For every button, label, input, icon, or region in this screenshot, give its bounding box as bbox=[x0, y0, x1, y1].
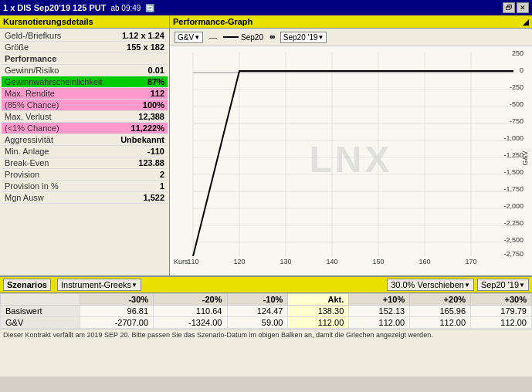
legend-line bbox=[223, 36, 239, 38]
guv-m10: 59.00 bbox=[227, 317, 288, 329]
col-header-label bbox=[1, 294, 80, 306]
kurs-value-9: Unbekannt bbox=[120, 135, 164, 144]
kurs-value-12: 2 bbox=[160, 170, 164, 179]
chart-controls: G&V — Sep20 •• Sep20 '19 bbox=[170, 29, 532, 46]
kurs-label-12: Provision bbox=[5, 170, 39, 179]
svg-text:G&V: G&V bbox=[521, 150, 529, 165]
kurs-value-11: 123.88 bbox=[138, 158, 164, 167]
scenario-table: -30% -20% -10% Akt. +10% +20% +30% Basis… bbox=[0, 293, 532, 329]
basiswert-m30: 96.81 bbox=[80, 306, 153, 317]
kurs-row-10: Min. Anlage -110 bbox=[2, 146, 168, 157]
svg-text:0: 0 bbox=[520, 66, 524, 74]
legend-sep20: Sep20 bbox=[223, 33, 263, 42]
kurs-value-5: 112 bbox=[151, 89, 164, 98]
col-header-p20: +20% bbox=[410, 294, 471, 306]
right-panel: Performance-Graph ◢ G&V — Sep20 •• Sep20… bbox=[170, 15, 532, 275]
restore-button[interactable]: 🗗 bbox=[503, 2, 515, 13]
col-header-p30: +30% bbox=[471, 294, 532, 306]
kurs-label-7: Max. Verlust bbox=[5, 112, 52, 121]
left-panel-header: Kursnotierungsdetails bbox=[0, 15, 169, 29]
chart-title: Performance-Graph bbox=[173, 17, 252, 26]
guv-p20: 112.00 bbox=[410, 317, 471, 329]
kurs-row-9: Aggressivität Unbekannt bbox=[2, 134, 168, 146]
svg-text:130: 130 bbox=[280, 258, 291, 265]
kurs-row-0: Geld-/Briefkurs 1.12 x 1.24 bbox=[2, 30, 168, 42]
refresh-icon[interactable]: 🔄 bbox=[145, 4, 154, 12]
svg-text:-1,000: -1,000 bbox=[503, 134, 524, 142]
kurs-value-4: 87% bbox=[147, 77, 164, 86]
kurs-row-13: Provision in % 1 bbox=[2, 181, 168, 192]
svg-text:-2,000: -2,000 bbox=[503, 202, 524, 210]
guv-m20: -1324.00 bbox=[154, 317, 227, 329]
kurs-label-3: Gewinn/Risiko bbox=[5, 66, 59, 75]
svg-text:120: 120 bbox=[233, 258, 245, 265]
basiswert-row: Basiswert 96.81 110.64 124.47 138.30 152… bbox=[1, 306, 532, 317]
basiswert-p30: 179.79 bbox=[471, 306, 532, 317]
svg-text:170: 170 bbox=[465, 258, 476, 265]
title-bar-left: 1 x DIS Sep20'19 125 PUT ab 09:49 🔄 bbox=[3, 3, 154, 12]
top-section: Kursnotierungsdetails Geld-/Briefkurs 1.… bbox=[0, 15, 532, 276]
svg-text:-1,750: -1,750 bbox=[503, 185, 524, 193]
col-header-p10: +10% bbox=[349, 294, 410, 306]
svg-text:140: 140 bbox=[326, 258, 337, 265]
kurs-row-3: Gewinn/Risiko 0.01 bbox=[2, 65, 168, 76]
kurs-label-10: Min. Anlage bbox=[5, 147, 49, 156]
kurs-value-10: -110 bbox=[147, 147, 164, 156]
close-button[interactable]: ✕ bbox=[517, 2, 529, 13]
scenario-right-controls: 30.0% Verschieben Sep20 '19 bbox=[387, 279, 529, 291]
kurs-row-8: (<1% Chance) 11,222% bbox=[2, 123, 168, 134]
kurs-label-6: (85% Chance) bbox=[5, 100, 59, 110]
chart-type-dropdown[interactable]: G&V bbox=[175, 32, 203, 43]
date-dropdown[interactable]: Sep20 '19 bbox=[280, 32, 327, 43]
guv-label: G&V bbox=[1, 317, 80, 329]
kurs-label-14: Mgn Ausw bbox=[5, 193, 44, 202]
svg-text:-2,750: -2,750 bbox=[503, 250, 524, 258]
col-header-m30: -30% bbox=[80, 294, 153, 306]
kurs-table: Geld-/Briefkurs 1.12 x 1.24 Größe 155 x … bbox=[0, 29, 169, 205]
kurs-value-7: 12,388 bbox=[138, 112, 164, 121]
kurs-label-5: Max. Rendite bbox=[5, 89, 55, 98]
scenario-header: Szenarios Instrument-Greeks 30.0% Versch… bbox=[0, 277, 532, 293]
kurs-label-2: Performance bbox=[5, 54, 56, 63]
guv-p30: 112.00 bbox=[471, 317, 532, 329]
kurs-row-11: Break-Even 123.88 bbox=[2, 157, 168, 169]
kurs-label-9: Aggressivität bbox=[5, 135, 53, 144]
kurs-value-0: 1.12 x 1.24 bbox=[122, 31, 164, 40]
col-header-m20: -20% bbox=[154, 294, 227, 306]
title-time: ab 09:49 bbox=[110, 4, 141, 12]
basiswert-label: Basiswert bbox=[1, 306, 80, 317]
footer-note: Dieser Kontrakt verfällt am 2019 SEP 20.… bbox=[0, 329, 532, 340]
shift-dropdown[interactable]: 30.0% Verschieben bbox=[387, 279, 474, 291]
svg-text:160: 160 bbox=[418, 258, 430, 265]
window-title: 1 x DIS Sep20'19 125 PUT bbox=[3, 3, 106, 12]
instrument-greeks-dropdown[interactable]: Instrument-Greeks bbox=[57, 279, 141, 291]
svg-text:Kurs:: Kurs: bbox=[174, 258, 190, 265]
chart-corner-icon: ◢ bbox=[523, 18, 529, 26]
kurs-row-5: Max. Rendite 112 bbox=[2, 88, 168, 100]
right-panel-header: Performance-Graph ◢ bbox=[170, 15, 532, 29]
kurs-row-1: Größe 155 x 182 bbox=[2, 42, 168, 53]
col-header-m10: -10% bbox=[227, 294, 288, 306]
scenario-header-row: -30% -20% -10% Akt. +10% +20% +30% bbox=[1, 294, 532, 306]
basiswert-p10: 152.13 bbox=[349, 306, 410, 317]
main-window: 1 x DIS Sep20'19 125 PUT ab 09:49 🔄 🗗 ✕ … bbox=[0, 0, 532, 377]
kurs-value-8: 11,222% bbox=[131, 123, 164, 133]
legend-sep20-label: Sep20 bbox=[241, 33, 263, 42]
kurs-row-14: Mgn Ausw 1,522 bbox=[2, 192, 168, 204]
kurs-row-12: Provision 2 bbox=[2, 169, 168, 181]
kurs-row-6: (85% Chance) 100% bbox=[2, 100, 168, 111]
kurs-value-6: 100% bbox=[143, 100, 164, 110]
basiswert-akt: 138.30 bbox=[288, 306, 349, 317]
scenarios-tab[interactable]: Szenarios bbox=[3, 279, 51, 291]
left-panel: Kursnotierungsdetails Geld-/Briefkurs 1.… bbox=[0, 15, 170, 275]
title-bar-buttons: 🗗 ✕ bbox=[503, 2, 529, 13]
kurs-label-13: Provision in % bbox=[5, 181, 59, 191]
kurs-value-14: 1,522 bbox=[143, 193, 164, 202]
kurs-label-4: Gewinnwahrscheinlichkeit bbox=[5, 77, 103, 86]
guv-row: G&V -2707.00 -1324.00 59.00 112.00 112.0… bbox=[1, 317, 532, 329]
kurs-row-2: Performance bbox=[2, 53, 168, 65]
legend-dots: •• bbox=[269, 31, 274, 43]
kurs-value-3: 0.01 bbox=[148, 66, 164, 75]
scenario-date-dropdown[interactable]: Sep20 '19 bbox=[477, 279, 529, 291]
svg-text:-2,250: -2,250 bbox=[503, 219, 524, 227]
